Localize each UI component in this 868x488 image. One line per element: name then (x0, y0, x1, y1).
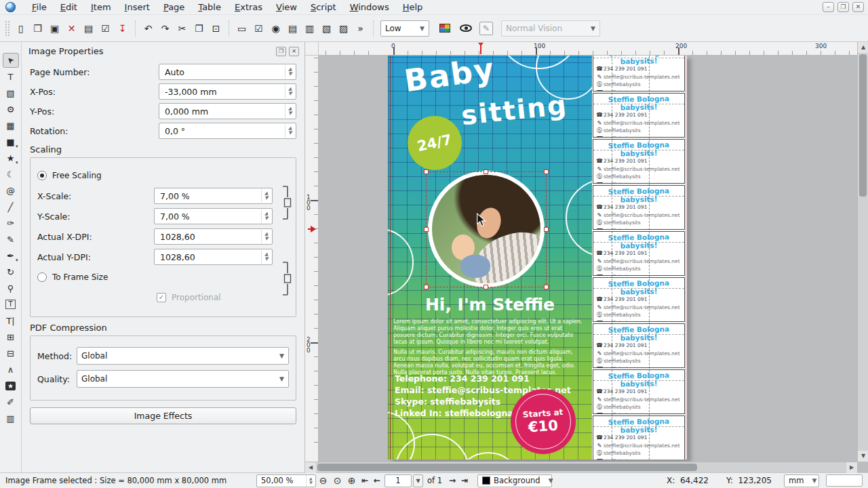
spinner-arrows[interactable]: ▲▼ (261, 230, 271, 243)
copy-item-properties-tool[interactable]: ★ (3, 378, 19, 393)
paste-icon[interactable]: ⊡ (208, 20, 224, 37)
rotate-item-tool[interactable]: ↻ (3, 264, 19, 279)
pdf-checkbox-icon[interactable]: ☑ (250, 20, 267, 37)
edit-in-preview-icon[interactable]: ✎ (479, 22, 493, 35)
scroll-up-icon[interactable]: ▲ (858, 42, 868, 53)
insert-shape-tool[interactable]: ■▾ (3, 134, 19, 149)
x-dpi-input[interactable]: 1028,60 ▲▼ (154, 228, 273, 245)
insert-render-frame-tool[interactable]: ⚙ (3, 102, 19, 117)
pdf-list-box-icon[interactable]: ▤ (284, 20, 301, 37)
insert-image-frame-tool[interactable]: ▧ (3, 85, 19, 100)
menu-file[interactable]: File (25, 0, 54, 14)
zoom-out-icon[interactable]: ⊖ (316, 475, 330, 486)
spinner-arrows[interactable]: ▲▼ (285, 124, 295, 138)
method-dropdown[interactable]: Global ▼ (77, 347, 289, 365)
float-panel-icon[interactable]: ❐ (276, 47, 286, 56)
save-document-icon[interactable]: ▣ (46, 20, 63, 37)
menu-item[interactable]: Item (84, 0, 118, 14)
select-item-tool[interactable]: ➤ (3, 53, 19, 68)
insert-arc-tool[interactable]: ☾ (3, 167, 19, 182)
edit-contents-tool[interactable]: T (3, 297, 19, 312)
spinner-arrows[interactable]: ▲▼ (285, 104, 295, 118)
maximize-button[interactable]: ❐ (837, 2, 849, 12)
pdf-toolbar-tool[interactable]: ▥ (3, 411, 19, 426)
scroll-right-icon[interactable]: ▶ (846, 462, 857, 473)
insert-calligraphic-line-tool[interactable]: ✒▾ (3, 248, 19, 263)
selection-handle[interactable] (424, 169, 429, 174)
spinner-arrows[interactable]: ▲▼ (285, 85, 295, 98)
page-spinner-down-icon[interactable]: ▼ (413, 474, 423, 487)
scroll-down-icon[interactable]: ▼ (858, 451, 868, 462)
scroll-left-icon[interactable]: ◀ (305, 462, 316, 473)
x-pos-input[interactable]: -33,000 mm ▲▼ (159, 83, 296, 100)
ruler-origin-corner[interactable] (305, 42, 319, 56)
spinner-arrows[interactable]: ▲▼ (306, 475, 315, 487)
selection-handle[interactable] (484, 169, 488, 174)
spinner-arrows[interactable]: ▲▼ (261, 209, 271, 223)
selection-handle[interactable] (544, 169, 549, 174)
x-scale-input[interactable]: 7,00 % ▲▼ (154, 188, 273, 204)
zoom-level-input[interactable]: 50,00 % ▲▼ (256, 474, 316, 487)
zoom-in-icon[interactable]: ⊕ (344, 475, 359, 486)
redo-icon[interactable]: ↷ (157, 20, 174, 37)
menu-table[interactable]: Table (191, 0, 228, 14)
first-page-icon[interactable]: ⇤ (359, 476, 371, 485)
story-editor-tool[interactable]: T| (3, 313, 19, 328)
menu-edit[interactable]: Edit (54, 0, 84, 14)
pdf-push-button-icon[interactable]: ▭ (233, 20, 250, 37)
rotation-input[interactable]: 0,0 ° ▲▼ (159, 123, 296, 139)
pdf-annotation-icon[interactable]: ▨ (335, 20, 352, 37)
close-document-icon[interactable]: ✕ (63, 20, 80, 37)
free-scaling-radio[interactable] (37, 171, 47, 180)
export-pdf-icon[interactable]: ↧ (114, 20, 131, 37)
spinner-arrows[interactable]: ▲▼ (261, 189, 271, 203)
close-panel-icon[interactable]: ✕ (289, 47, 299, 56)
horizontal-scrollbar[interactable]: ◀ ▶ (305, 462, 857, 472)
image-effects-button[interactable]: Image Effects (30, 407, 296, 424)
print-document-icon[interactable]: ▤ (80, 20, 97, 37)
new-document-icon[interactable]: ▯ (12, 20, 29, 37)
vertical-scroll-thumb[interactable] (859, 54, 867, 197)
selection-handle[interactable] (484, 285, 488, 289)
image-frame-selection[interactable] (426, 171, 547, 287)
link-dpi-chain-icon[interactable] (281, 260, 292, 298)
insert-polygon-tool[interactable]: ★▾ (3, 150, 19, 165)
copy-icon[interactable]: ❐ (191, 20, 208, 37)
eye-dropper-tool[interactable]: ✐ (3, 394, 19, 409)
menu-page[interactable]: Page (157, 0, 191, 14)
y-scale-input[interactable]: 7,00 % ▲▼ (154, 208, 273, 224)
cut-icon[interactable]: ✂ (174, 20, 191, 37)
zoom-tool[interactable]: ⚲ (3, 281, 19, 296)
spinner-arrows[interactable]: ▲▼ (285, 65, 295, 79)
selection-handle[interactable] (544, 227, 549, 232)
menu-view[interactable]: View (269, 0, 304, 14)
document-viewport[interactable]: Baby sitting 24/7 (319, 56, 857, 462)
layer-dropdown[interactable]: Background ▼ (477, 474, 552, 487)
vertical-scrollbar[interactable]: ▲ ▼ (857, 42, 868, 462)
selection-handle[interactable] (424, 285, 429, 289)
spinner-arrows[interactable]: ▲▼ (261, 250, 271, 264)
preflight-verifier-icon[interactable]: ☑ (97, 20, 114, 37)
toolbar-drag-handle[interactable] (5, 20, 10, 37)
zoom-default-icon[interactable]: ⊙ (330, 475, 344, 486)
to-frame-size-radio[interactable] (37, 272, 47, 282)
measurements-tool[interactable]: ∧ (3, 362, 19, 377)
insert-text-frame-tool[interactable]: T (3, 69, 19, 84)
color-management-icon[interactable] (439, 24, 450, 33)
horizontal-scroll-thumb[interactable] (317, 464, 697, 471)
last-page-icon[interactable]: ⇥ (458, 476, 471, 485)
insert-line-tool[interactable]: ╱ (3, 199, 19, 214)
menu-extras[interactable]: Extras (228, 0, 269, 14)
unlink-text-frames-tool[interactable]: ⊟ (3, 346, 19, 361)
close-button[interactable]: ✕ (852, 2, 864, 12)
previous-page-icon[interactable]: ← (371, 476, 383, 485)
pdf-text-field-icon[interactable]: ▥ (301, 20, 318, 37)
insert-freehand-line-tool[interactable]: ✎ (3, 232, 19, 247)
menu-script[interactable]: Script (304, 0, 343, 14)
pdf-radio-button-icon[interactable]: ◉ (267, 20, 284, 37)
unit-dropdown[interactable]: mm ▼ (784, 474, 819, 487)
insert-spiral-tool[interactable]: @ (3, 183, 19, 198)
y-dpi-input[interactable]: 1028,60 ▲▼ (154, 249, 273, 265)
y-pos-input[interactable]: 0,000 mm ▲▼ (159, 103, 296, 119)
insert-bezier-curve-tool[interactable]: ✑ (3, 216, 19, 230)
